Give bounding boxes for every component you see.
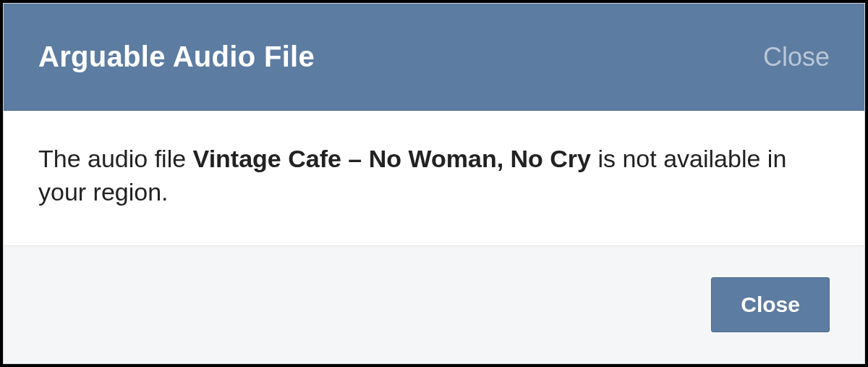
dialog-footer: Close (4, 245, 864, 363)
dialog-body: The audio file Vintage Cafe – No Woman, … (4, 111, 864, 245)
dialog-title: Arguable Audio File (38, 41, 315, 73)
dialog-header: Arguable Audio File Close (4, 4, 864, 111)
dialog: Arguable Audio File Close The audio file… (3, 3, 865, 364)
message-prefix: The audio file (38, 145, 193, 172)
close-button[interactable]: Close (711, 277, 830, 332)
message-file-name: Vintage Cafe – No Woman, No Cry (193, 145, 591, 172)
close-link-header[interactable]: Close (763, 42, 830, 72)
